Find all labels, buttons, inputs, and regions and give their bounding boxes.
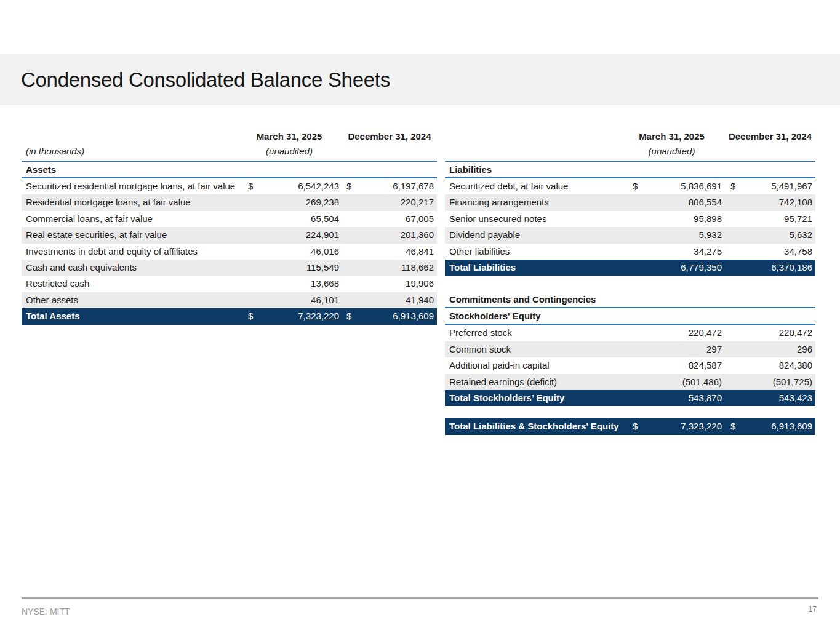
table-row: Cash and cash equivalents115,549118,662 xyxy=(22,260,437,276)
row-value: 34,758 xyxy=(743,244,812,260)
dollar-sign xyxy=(346,211,359,227)
dollar-sign: $ xyxy=(346,308,359,324)
liabilities-equity-table: March 31, 2025 December 31, 2024 (unaudi… xyxy=(445,129,815,435)
row-label: Residential mortgage loans, at fair valu… xyxy=(26,194,248,210)
dollar-sign xyxy=(633,244,645,260)
row-value: 6,197,678 xyxy=(359,178,434,194)
row-value: 543,423 xyxy=(743,390,812,406)
row-value: 297 xyxy=(645,341,722,357)
dollar-sign xyxy=(346,244,359,260)
dollar-sign xyxy=(346,276,359,292)
row-label: Retained earnings (deficit) xyxy=(449,374,633,390)
table-row: Securitized debt, at fair value$5,836,69… xyxy=(445,178,815,194)
row-value: 296 xyxy=(743,341,812,357)
dollar-sign: $ xyxy=(730,178,743,194)
row-label: Total Assets xyxy=(26,308,248,324)
equity-rows: Preferred stock220,472220,472Common stoc… xyxy=(445,325,815,406)
row-value: 6,542,243 xyxy=(260,178,339,194)
dollar-sign: $ xyxy=(248,178,260,194)
row-value: 6,779,350 xyxy=(645,260,722,276)
footer-divider xyxy=(22,597,818,599)
column-header-december: December 31, 2024 xyxy=(725,129,815,144)
row-value: 201,360 xyxy=(359,227,434,243)
row-value: 95,721 xyxy=(743,211,812,227)
balance-sheet-slide: Condensed Consolidated Balance Sheets Ma… xyxy=(0,0,840,630)
row-value: 5,836,691 xyxy=(645,178,722,194)
dollar-sign: $ xyxy=(248,308,260,324)
row-value: 13,668 xyxy=(260,276,339,292)
row-label: Total Liabilities xyxy=(449,260,633,276)
ticker-label: NYSE: MITT xyxy=(22,607,70,616)
dollar-sign xyxy=(248,276,260,292)
dollar-sign xyxy=(633,374,645,390)
row-value: (501,725) xyxy=(743,374,812,390)
assets-table-date-header: March 31, 2025 December 31, 2024 xyxy=(22,129,437,144)
grand-total-row-container: Total Liabilities & Stockholders’ Equity… xyxy=(445,418,815,434)
row-label: Real estate securities, at fair value xyxy=(26,227,248,243)
liabilities-rows: Securitized debt, at fair value$5,836,69… xyxy=(445,178,815,276)
assets-rows: Securitized residential mortgage loans, … xyxy=(22,178,437,325)
row-label: Securitized residential mortgage loans, … xyxy=(26,178,248,194)
row-value: 824,587 xyxy=(645,357,722,373)
page-title: Condensed Consolidated Balance Sheets xyxy=(0,68,390,92)
dollar-sign xyxy=(730,341,743,357)
row-value: 65,504 xyxy=(260,211,339,227)
table-row: Senior unsecured notes95,89895,721 xyxy=(445,211,815,227)
assets-table-sub-header: (in thousands) (unaudited) xyxy=(22,144,437,159)
dollar-sign xyxy=(346,260,359,276)
assets-table: March 31, 2025 December 31, 2024 (in tho… xyxy=(22,129,437,325)
row-value: 5,491,967 xyxy=(743,178,812,194)
row-value: 824,380 xyxy=(743,357,812,373)
row-value: 7,323,220 xyxy=(645,418,722,434)
row-label: Preferred stock xyxy=(449,325,633,341)
row-value: 806,554 xyxy=(645,194,722,210)
table-row: Residential mortgage loans, at fair valu… xyxy=(22,194,437,210)
dollar-sign xyxy=(730,325,743,341)
row-label: Securitized debt, at fair value xyxy=(449,178,633,194)
row-label: Financing arrangements xyxy=(449,194,633,210)
row-label: Common stock xyxy=(449,341,633,357)
row-label: Additional paid-in capital xyxy=(449,357,633,373)
section-header-commitments: Commitments and Contingencies xyxy=(445,292,815,307)
dollar-sign xyxy=(633,357,645,373)
dollar-sign xyxy=(730,227,743,243)
row-value: 46,101 xyxy=(260,292,339,308)
section-gap xyxy=(445,406,815,418)
table-row: Dividend payable5,9325,632 xyxy=(445,227,815,243)
column-header-december: December 31, 2024 xyxy=(342,129,437,144)
row-value: 6,913,609 xyxy=(359,308,434,324)
table-row: Real estate securities, at fair value224… xyxy=(22,227,437,243)
row-value: 6,913,609 xyxy=(743,418,812,434)
row-label: Other liabilities xyxy=(449,244,633,260)
row-value: 7,323,220 xyxy=(260,308,339,324)
row-label: Cash and cash equivalents xyxy=(26,260,248,276)
dollar-sign: $ xyxy=(346,178,359,194)
dollar-sign xyxy=(633,227,645,243)
row-value: 41,940 xyxy=(359,292,434,308)
row-value: 224,901 xyxy=(260,227,339,243)
dollar-sign xyxy=(248,194,260,210)
dollar-sign xyxy=(633,211,645,227)
dollar-sign xyxy=(346,227,359,243)
dollar-sign xyxy=(346,194,359,210)
dollar-sign xyxy=(730,260,743,276)
dollar-sign: $ xyxy=(633,418,645,434)
section-gap xyxy=(445,276,815,292)
row-value: 220,472 xyxy=(645,325,722,341)
dollar-sign xyxy=(248,211,260,227)
table-row: Retained earnings (deficit)(501,486)(501… xyxy=(445,374,815,390)
row-label: Investments in debt and equity of affili… xyxy=(26,244,248,260)
table-row: Financing arrangements806,554742,108 xyxy=(445,194,815,210)
column-header-march: March 31, 2025 xyxy=(244,129,335,144)
row-value: 742,108 xyxy=(743,194,812,210)
table-row: Securitized residential mortgage loans, … xyxy=(22,178,437,194)
row-value: (501,486) xyxy=(645,374,722,390)
dollar-sign xyxy=(730,211,743,227)
row-value: 46,841 xyxy=(359,244,434,260)
dollar-sign xyxy=(633,390,645,406)
dollar-sign xyxy=(730,374,743,390)
table-row: Other liabilities34,27534,758 xyxy=(445,244,815,260)
units-label: (in thousands) xyxy=(22,144,244,159)
row-value: 220,472 xyxy=(743,325,812,341)
dollar-sign xyxy=(346,292,359,308)
